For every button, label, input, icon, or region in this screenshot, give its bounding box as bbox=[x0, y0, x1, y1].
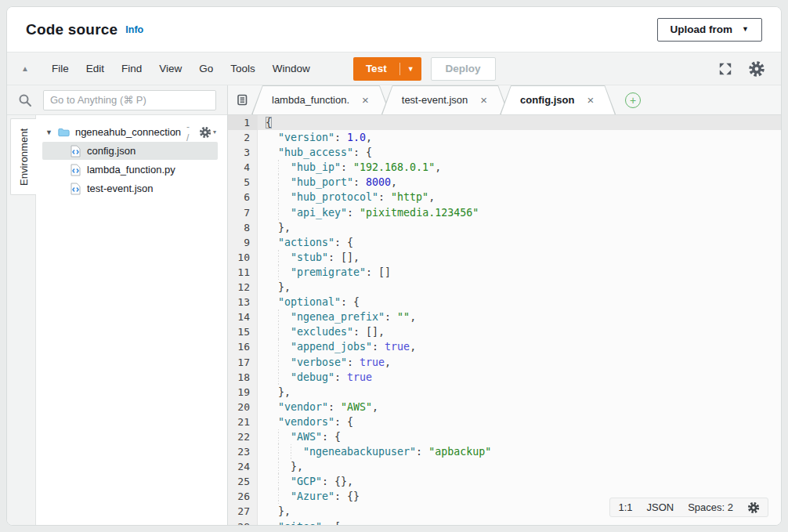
tree-file-lambda_function.py[interactable]: lambda_function.py bbox=[42, 161, 218, 179]
tab-test-event.json[interactable]: test-event.json× bbox=[381, 85, 509, 114]
code-line[interactable]: 23"ngeneabackupuser": "apbackup" bbox=[228, 444, 781, 459]
tree-settings-gear-icon[interactable]: ▾ bbox=[199, 126, 216, 139]
line-number[interactable]: 21 bbox=[228, 414, 258, 429]
line-number[interactable]: 6 bbox=[228, 190, 258, 204]
tab-lambda_function.[interactable]: lambda_function.× bbox=[251, 85, 391, 114]
code-line[interactable]: 9"actions": { bbox=[228, 235, 781, 250]
code-line[interactable]: 5"hub_port": 8000, bbox=[228, 175, 781, 190]
editor-status-bar: 1:1 JSON Spaces: 2 bbox=[609, 498, 768, 517]
line-number[interactable]: 26 bbox=[228, 489, 258, 504]
folder-name: ngeneahub_connection bbox=[75, 126, 181, 138]
code-line[interactable]: 14"ngenea_prefix": "", bbox=[228, 309, 781, 324]
close-tab-icon[interactable]: × bbox=[587, 94, 594, 106]
code-line[interactable]: 18"debug": true bbox=[228, 370, 781, 385]
tree-file-test-event.json[interactable]: test-event.json bbox=[42, 179, 218, 197]
test-button[interactable]: Test ▼ bbox=[353, 57, 421, 81]
line-number[interactable]: 19 bbox=[228, 385, 258, 400]
tree-folder-row[interactable]: ▼ ngeneahub_connection - / bbox=[36, 123, 227, 141]
file-code-icon bbox=[70, 183, 81, 195]
line-number[interactable]: 22 bbox=[228, 429, 258, 444]
line-number[interactable]: 18 bbox=[228, 370, 258, 385]
cursor-position[interactable]: 1:1 bbox=[618, 501, 632, 513]
tab-label: test-event.json bbox=[402, 94, 468, 106]
tab-environment[interactable]: Environment bbox=[10, 118, 36, 195]
lambda-code-editor-panel: Code source Info Upload from ▼ ▲ FileEdi… bbox=[6, 6, 782, 526]
line-number[interactable]: 14 bbox=[228, 309, 258, 324]
line-number[interactable]: 24 bbox=[228, 459, 258, 474]
collapse-panel-icon[interactable]: ▲ bbox=[7, 64, 43, 73]
line-number[interactable]: 10 bbox=[228, 250, 258, 265]
code-line[interactable]: 20"vendor": "AWS", bbox=[228, 400, 781, 414]
line-number[interactable]: 1 bbox=[228, 115, 258, 130]
menu-items: FileEditFindViewGoToolsWindow bbox=[43, 63, 319, 74]
line-number[interactable]: 12 bbox=[228, 280, 258, 295]
fullscreen-icon[interactable] bbox=[718, 62, 732, 76]
line-number[interactable]: 16 bbox=[228, 339, 258, 354]
code-line[interactable]: 12}, bbox=[228, 280, 781, 295]
code-line[interactable]: 24}, bbox=[228, 459, 781, 474]
code-line[interactable]: 22"AWS": { bbox=[228, 429, 781, 444]
code-line[interactable]: 6"hub_protocol": "http", bbox=[228, 190, 781, 204]
code-line[interactable]: 10"stub": [], bbox=[228, 250, 781, 265]
settings-gear-icon[interactable] bbox=[748, 60, 765, 78]
menu-item-go[interactable]: Go bbox=[190, 63, 222, 74]
line-number[interactable]: 20 bbox=[228, 400, 258, 414]
tab-label: config.json bbox=[520, 94, 574, 106]
line-number[interactable]: 9 bbox=[228, 235, 258, 250]
line-number[interactable]: 4 bbox=[228, 160, 258, 175]
menu-item-find[interactable]: Find bbox=[113, 63, 150, 74]
file-name: test-event.json bbox=[87, 183, 154, 194]
line-number[interactable]: 17 bbox=[228, 355, 258, 370]
code-line[interactable]: 8}, bbox=[228, 220, 781, 235]
info-link[interactable]: Info bbox=[125, 24, 143, 35]
code-line[interactable]: 16"append_jobs": true, bbox=[228, 339, 781, 354]
code-editor[interactable]: 1{2"version": 1.0,3"hub_access": {4"hub_… bbox=[228, 115, 781, 525]
code-line[interactable]: 28"sites": [ bbox=[228, 519, 781, 525]
line-number[interactable]: 11 bbox=[228, 265, 258, 280]
code-line[interactable]: 1{ bbox=[228, 115, 781, 130]
line-number[interactable]: 3 bbox=[228, 145, 258, 160]
code-line[interactable]: 19}, bbox=[228, 385, 781, 400]
line-number[interactable]: 27 bbox=[228, 504, 258, 519]
code-line[interactable]: 15"excludes": [], bbox=[228, 324, 781, 339]
line-number[interactable]: 28 bbox=[228, 519, 258, 525]
file-code-icon bbox=[70, 145, 81, 157]
menu-item-file[interactable]: File bbox=[43, 63, 78, 74]
tree-file-config.json[interactable]: config.json bbox=[42, 142, 218, 160]
go-to-anything-input[interactable] bbox=[43, 90, 216, 110]
deploy-button[interactable]: Deploy bbox=[431, 57, 496, 81]
code-line[interactable]: 11"premigrate": [] bbox=[228, 265, 781, 280]
editor-settings-gear-icon[interactable] bbox=[747, 501, 760, 514]
line-number[interactable]: 25 bbox=[228, 474, 258, 489]
line-number[interactable]: 23 bbox=[228, 444, 258, 459]
chevron-down-icon[interactable]: ▼ bbox=[400, 65, 421, 73]
chevron-down-icon: ▾ bbox=[213, 129, 216, 136]
line-number[interactable]: 13 bbox=[228, 295, 258, 309]
upload-from-button[interactable]: Upload from ▼ bbox=[657, 18, 762, 42]
tab-config.json[interactable]: config.json× bbox=[500, 85, 616, 114]
code-line[interactable]: 13"optional": { bbox=[228, 295, 781, 309]
code-line[interactable]: 2"version": 1.0, bbox=[228, 130, 781, 145]
menu-item-tools[interactable]: Tools bbox=[222, 63, 264, 74]
code-line[interactable]: 3"hub_access": { bbox=[228, 145, 781, 160]
code-line[interactable]: 17"verbose": true, bbox=[228, 355, 781, 370]
line-number[interactable]: 8 bbox=[228, 220, 258, 235]
code-line[interactable]: 25"GCP": {}, bbox=[228, 474, 781, 489]
code-line[interactable]: 4"hub_ip": "192.168.0.1", bbox=[228, 160, 781, 175]
menu-item-edit[interactable]: Edit bbox=[78, 63, 113, 74]
folder-icon bbox=[58, 127, 70, 138]
language-mode[interactable]: JSON bbox=[647, 501, 674, 513]
code-line[interactable]: 21"vendors": { bbox=[228, 414, 781, 429]
line-number[interactable]: 2 bbox=[228, 130, 258, 145]
line-number[interactable]: 5 bbox=[228, 175, 258, 190]
line-number[interactable]: 7 bbox=[228, 205, 258, 220]
close-tab-icon[interactable]: × bbox=[362, 94, 369, 106]
code-line[interactable]: 7"api_key": "pixitmedia.123456" bbox=[228, 205, 781, 220]
line-number[interactable]: 15 bbox=[228, 324, 258, 339]
chevron-down-icon[interactable]: ▼ bbox=[45, 128, 52, 136]
spaces-setting[interactable]: Spaces: 2 bbox=[688, 501, 733, 513]
menu-item-view[interactable]: View bbox=[150, 63, 190, 74]
close-tab-icon[interactable]: × bbox=[480, 94, 487, 106]
new-tab-icon[interactable]: + bbox=[625, 92, 641, 108]
menu-item-window[interactable]: Window bbox=[264, 63, 319, 74]
